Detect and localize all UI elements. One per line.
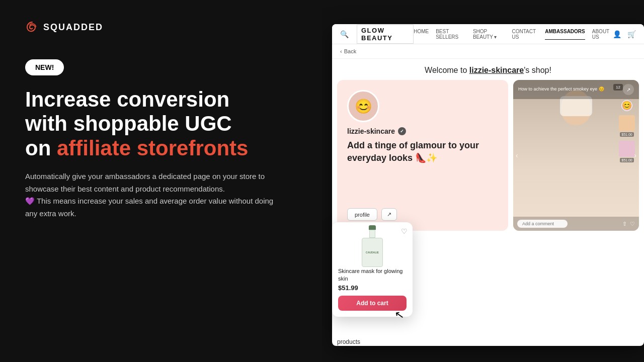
video-bottom: ⇧ ♡ [513,217,639,231]
cart-icon[interactable]: 🛒 [627,30,636,38]
browser-nav: 🔍 GLOW BEAUTY HOME BEST SELLERS SHOP BEA… [332,24,644,44]
profile-bio: Add a tinge of glamour to your everyday … [347,139,498,164]
nav-about[interactable]: ABOUT US [592,29,613,40]
page-username[interactable]: lizzie-skincare [469,66,524,74]
page-title-area: Welcome to lizzie-skincare's shop! [332,59,644,80]
profile-card: 😊 lizzie-skincare ✓ Add a tinge of glamo… [337,80,508,231]
products-section: products ♡ CAUDALIE Skincare [332,336,644,346]
share-action-icon[interactable]: ⇧ [622,221,627,227]
logo-text: SQUADDED [43,22,103,33]
video-counter: 12 [613,84,623,90]
share-button[interactable]: ↗ [381,208,397,221]
video-share-button[interactable]: ↗ [623,84,634,95]
verified-icon: ✓ [398,127,406,135]
sidebar-product-img-1 [619,115,635,131]
floating-product-name: Skincare mask for glowing skin [338,267,407,282]
logo: SQUADDED [25,20,297,34]
next-video-button[interactable]: › [634,151,636,159]
sidebar-product-2[interactable]: $51.00 [619,141,635,162]
sidebar-avatar[interactable]: 😊 [621,100,632,111]
username-label: lizzie-skincare [347,127,395,135]
nav-home[interactable]: HOME [414,29,429,40]
right-panel: 🔍 GLOW BEAUTY HOME BEST SELLERS SHOP BEA… [322,0,644,362]
floating-add-to-cart-button[interactable]: Add to cart [338,296,407,311]
left-panel: SQUADDED NEW! Increase conversionwith sh… [0,0,322,362]
sidebar-price-1: $51.00 [620,132,633,137]
back-label: Back [344,48,356,54]
new-badge: NEW! [25,59,64,75]
floating-product-price: $51.99 [338,284,407,292]
nav-contact[interactable]: CONTACT US [512,29,538,40]
nav-shopbeauty[interactable]: SHOP BEAUTY ▾ [473,29,505,40]
nav-ambassadors[interactable]: AMBASSADORS [545,29,585,40]
main-headline: Increase conversionwith shoppable UGCon … [25,87,297,160]
search-icon[interactable]: 🔍 [340,30,349,38]
products-section-title: products [337,338,639,345]
breadcrumb[interactable]: ‹ Back [332,44,644,59]
sidebar-product-img-2 [619,141,635,157]
comment-input[interactable] [517,220,568,228]
video-card: How to achieve the perfect smokey eye 😊 … [513,80,639,231]
nav-links: HOME BEST SELLERS SHOP BEAUTY ▾ CONTACT … [414,29,613,40]
floating-fav-icon[interactable]: ♡ [401,227,408,235]
floating-product-image: CAUDALIE [352,228,392,263]
sidebar-price-2: $51.00 [620,158,633,162]
video-actions: ⇧ ♡ [622,221,635,227]
profile-actions: profile ↗ [347,208,498,221]
sidebar-product-1[interactable]: $51.00 [619,115,635,137]
back-arrow-icon: ‹ [340,48,342,54]
store-brand: GLOW BEAUTY [357,25,414,44]
page-title-post: 's shop! [524,66,551,74]
nav-right: 👤 🛒 [613,30,636,38]
account-icon[interactable]: 👤 [613,30,621,38]
subtext: Automatically give your ambassadors a de… [25,170,277,220]
page-title-pre: Welcome to [425,66,469,74]
nav-left: 🔍 GLOW BEAUTY [340,25,414,44]
avatar: 😊 [347,90,379,122]
video-title: How to achieve the perfect smokey eye 😊 [518,86,604,93]
highlight-text: affiliate storefronts [57,136,248,160]
view-profile-button[interactable]: profile [347,208,377,221]
nav-bestsellers[interactable]: BEST SELLERS [436,29,466,40]
profile-name: lizzie-skincare ✓ [347,127,498,135]
floating-product-card: ♡ CAUDALIE Skincare mask for glowing ski… [332,222,413,317]
video-sidebar: 😊 $51.00 $51.00 [619,100,635,162]
video-face-mask [560,96,592,116]
squadded-logo-icon [25,20,39,34]
like-action-icon[interactable]: ♡ [630,221,635,227]
prev-video-button[interactable]: ‹ [516,151,518,159]
